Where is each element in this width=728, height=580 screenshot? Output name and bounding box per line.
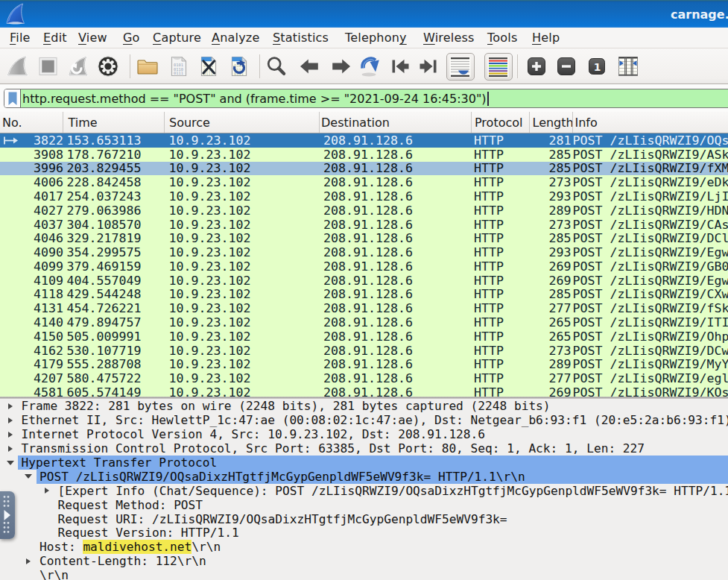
column-header-source[interactable]: Source	[165, 112, 320, 133]
cell-pro: HTTP	[472, 218, 530, 232]
reload-button[interactable]	[225, 50, 253, 83]
cell-src: 10.9.23.102	[165, 245, 320, 259]
cell-dst: 208.91.128.6	[320, 315, 472, 330]
column-header-length[interactable]: Length	[530, 112, 573, 133]
detail-row[interactable]: Internet Protocol Version 4, Src: 10.9.2…	[0, 427, 728, 441]
menu-file[interactable]: File	[10, 28, 31, 48]
packet-row[interactable]: 3996203.82945510.9.23.102208.91.128.6HTT…	[0, 162, 728, 176]
cell-dst: 208.91.128.6	[320, 358, 472, 372]
drawer-handle[interactable]	[0, 491, 15, 539]
detail-row[interactable]: Frame 3822: 281 bytes on wire (2248 bits…	[0, 400, 728, 414]
capture-options-button[interactable]	[94, 50, 122, 83]
cell-len: 273	[530, 344, 573, 358]
zoom-100-button[interactable]	[583, 50, 611, 83]
packet-row[interactable]: 4131454.72622110.9.23.102208.91.128.6HTT…	[0, 301, 728, 315]
packet-row[interactable]: 4581605.57414910.9.23.102208.91.128.6HTT…	[0, 385, 728, 396]
cell-info: POST /zLIisQRWZI9/OQs	[573, 133, 728, 148]
detail-row[interactable]: Request URI: /zLIisQRWZI9/OQsaDixzHTgtfj…	[0, 512, 728, 526]
detail-row[interactable]: POST /zLIisQRWZI9/OQsaDixzHTgtfjMcGypGen…	[0, 470, 728, 484]
packet-row[interactable]: 4109404.55704910.9.23.102208.91.128.6HTT…	[0, 274, 728, 288]
menu-analyze[interactable]: Analyze	[212, 28, 259, 48]
packet-row[interactable]: 4027279.06398610.9.23.102208.91.128.6HTT…	[0, 204, 728, 218]
go-last-button[interactable]	[415, 50, 443, 83]
packet-row[interactable]: 3908178.76721010.9.23.102208.91.128.6HTT…	[0, 148, 728, 162]
detail-row[interactable]: Request Version: HTTP/1.1	[0, 526, 728, 540]
packet-row[interactable]: 3822153.65311310.9.23.102208.91.128.6HTT…	[0, 133, 728, 148]
go-forward-button[interactable]	[327, 50, 355, 83]
cell-info: POST /zLIisQRWZI9/Ohp	[573, 330, 728, 344]
go-back-button[interactable]	[295, 50, 323, 83]
detail-row[interactable]: Transmission Control Protocol, Src Port:…	[0, 441, 728, 456]
column-header-no[interactable]: No.	[0, 112, 63, 133]
cell-no: 3996	[0, 162, 63, 176]
menu-tools[interactable]: Tools	[487, 28, 517, 48]
file-open-button[interactable]	[133, 50, 162, 83]
menu-edit[interactable]: Edit	[43, 28, 67, 48]
cell-no: 4162	[0, 344, 63, 358]
packet-row[interactable]: 4150505.00999110.9.23.102208.91.128.6HTT…	[0, 330, 728, 344]
cell-pro: HTTP	[472, 148, 530, 162]
column-header-time[interactable]: Time	[63, 112, 165, 133]
detail-row[interactable]: Content-Length: 112\r\n	[0, 554, 728, 568]
packet-row[interactable]: 4037304.10857010.9.23.102208.91.128.6HTT…	[0, 218, 728, 232]
detail-row[interactable]: Request Method: POST	[0, 498, 728, 512]
packet-row[interactable]: 4046329.21781910.9.23.102208.91.128.6HTT…	[0, 231, 728, 245]
detail-text: POST /zLIisQRWZI9/OQsaDixzHTgtfjMcGypGen…	[0, 470, 525, 484]
go-first-button[interactable]	[385, 50, 414, 83]
reload-icon	[228, 55, 250, 78]
detail-row[interactable]: Host: maldivehost.net\r\n	[0, 540, 728, 554]
column-header-protocol[interactable]: Protocol	[472, 112, 530, 133]
display-filter-input[interactable]: http.request.method == "POST" and (frame…	[21, 89, 728, 107]
filter-bookmark-button[interactable]	[4, 89, 21, 107]
toolbar-separator	[517, 54, 518, 78]
main-toolbar	[0, 48, 728, 84]
menu-statistics[interactable]: Statistics	[273, 28, 329, 48]
cell-no: 4027	[0, 204, 63, 218]
cell-dst: 208.91.128.6	[320, 385, 472, 396]
packet-row[interactable]: 4118429.54424810.9.23.102208.91.128.6HTT…	[0, 288, 728, 302]
cell-src: 10.9.23.102	[165, 385, 320, 396]
packet-row[interactable]: 4162530.10771910.9.23.102208.91.128.6HTT…	[0, 344, 728, 358]
resize-columns-button[interactable]	[614, 50, 642, 83]
file-close-button[interactable]	[194, 50, 223, 83]
cell-pro: HTTP	[472, 274, 530, 288]
detail-row[interactable]: \r\n	[0, 568, 728, 580]
cell-len: 277	[530, 371, 573, 385]
cell-pro: HTTP	[472, 259, 530, 274]
menu-view[interactable]: View	[78, 28, 107, 48]
cell-dst: 208.91.128.6	[320, 204, 472, 218]
go-to-packet-button[interactable]	[356, 50, 384, 83]
menu-telephony[interactable]: Telephony	[345, 28, 407, 48]
packet-row[interactable]: 4090354.29957510.9.23.102208.91.128.6HTT…	[0, 245, 728, 259]
packet-row[interactable]: 4006228.84245810.9.23.102208.91.128.6HTT…	[0, 175, 728, 189]
auto-scroll-button[interactable]	[446, 53, 475, 81]
cell-time: 429.544248	[63, 288, 165, 302]
menu-wireless[interactable]: Wireless	[423, 28, 475, 48]
detail-row[interactable]: [Expert Info (Chat/Sequence): POST /zLIi…	[0, 484, 728, 498]
titlebar[interactable]: carnage.p	[0, 0, 728, 28]
find-button[interactable]	[262, 50, 291, 83]
detail-row[interactable]: Ethernet II, Src: HewlettP_1c:47:ae (00:…	[0, 413, 728, 427]
cell-no: 4150	[0, 330, 63, 344]
file-save-button[interactable]	[165, 50, 193, 83]
packet-row[interactable]: 4179555.28870810.9.23.102208.91.128.6HTT…	[0, 358, 728, 372]
wireshark-window: carnage.p FileEditViewGoCaptureAnalyzeSt…	[0, 0, 728, 580]
detail-row[interactable]: Hypertext Transfer Protocol	[0, 456, 728, 470]
packet-row[interactable]: 4207580.47572210.9.23.102208.91.128.6HTT…	[0, 371, 728, 385]
packet-row[interactable]: 4017254.03724310.9.23.102208.91.128.6HTT…	[0, 189, 728, 204]
capture-start-button[interactable]	[3, 50, 31, 83]
menu-go[interactable]: Go	[123, 28, 140, 48]
zoom-in-button[interactable]	[522, 50, 551, 83]
packet-row[interactable]: 4140479.89475710.9.23.102208.91.128.6HTT…	[0, 315, 728, 330]
column-header-info[interactable]: Info	[573, 112, 728, 133]
column-header-destination[interactable]: Destination	[320, 112, 472, 133]
packet-row[interactable]: 4099379.46915910.9.23.102208.91.128.6HTT…	[0, 259, 728, 274]
zoom-out-button[interactable]	[552, 50, 580, 83]
colorize-button[interactable]	[484, 53, 513, 81]
menu-help[interactable]: Help	[532, 28, 560, 48]
capture-stop-button[interactable]	[34, 50, 62, 83]
cell-info: POST /zLIisQRWZI9/Egw	[573, 245, 728, 259]
menu-capture[interactable]: Capture	[153, 28, 201, 48]
capture-restart-button[interactable]	[64, 50, 92, 83]
detail-text: Ethernet II, Src: HewlettP_1c:47:ae (00:…	[0, 413, 728, 427]
